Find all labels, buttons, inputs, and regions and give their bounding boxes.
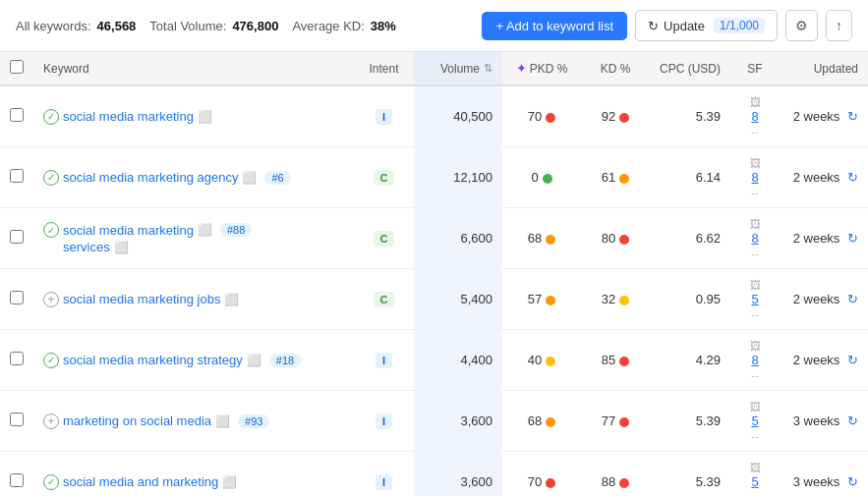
kd-dot bbox=[619, 113, 629, 123]
keyword-badge: #6 bbox=[264, 171, 290, 185]
volume-cell: 4,400 bbox=[414, 330, 502, 391]
keyword-link[interactable]: social media marketing strategy bbox=[63, 353, 243, 367]
kd-dot bbox=[619, 478, 629, 488]
kd-dot bbox=[619, 235, 629, 245]
cpc-cell: 6.62 bbox=[650, 208, 730, 269]
keywords-table: Keyword Intent Volume ⇅ ✦ PKD % KD % bbox=[0, 52, 868, 496]
kd-value: 32 bbox=[602, 292, 615, 306]
page-icon: ⬜ bbox=[242, 171, 257, 185]
row-checkbox[interactable] bbox=[10, 230, 24, 244]
pkd-value: 57 bbox=[528, 292, 542, 306]
refresh-button[interactable]: ↻ bbox=[843, 474, 858, 489]
keyword-cell: ✓social media marketing agency⬜#6 bbox=[33, 147, 354, 208]
th-volume: Volume ⇅ bbox=[414, 52, 502, 85]
sf-page-icon: 🖼 bbox=[750, 218, 761, 230]
kd-value: 88 bbox=[602, 474, 615, 489]
row-checkbox[interactable] bbox=[10, 108, 24, 122]
sf-cell: 🖼8-- bbox=[730, 147, 780, 208]
cpc-cell: 5.39 bbox=[650, 452, 730, 497]
plus-circle-icon: + bbox=[43, 413, 59, 429]
sf-value[interactable]: 5 bbox=[740, 413, 770, 428]
sf-dash: -- bbox=[751, 369, 758, 381]
sf-value[interactable]: 5 bbox=[740, 474, 770, 489]
update-count: 1/1,000 bbox=[714, 18, 765, 33]
sf-value[interactable]: 8 bbox=[740, 170, 770, 185]
pkd-cell: 68 bbox=[502, 391, 581, 452]
sf-dash: -- bbox=[751, 187, 758, 198]
keyword-link[interactable]: social media marketing jobs bbox=[63, 292, 220, 306]
updated-text: 2 weeks bbox=[793, 231, 840, 246]
export-button[interactable]: ↑ bbox=[826, 10, 852, 41]
refresh-button[interactable]: ↻ bbox=[843, 109, 858, 124]
th-sf: SF bbox=[730, 52, 780, 85]
row-checkbox[interactable] bbox=[10, 352, 24, 365]
updated-cell: 2 weeks ↻ bbox=[780, 330, 868, 391]
refresh-button[interactable]: ↻ bbox=[843, 292, 858, 306]
kd-cell: 61 bbox=[581, 147, 650, 208]
row-checkbox-cell bbox=[0, 330, 33, 391]
top-bar: All keywords: 46,568 Total Volume: 476,8… bbox=[0, 0, 868, 52]
sf-value[interactable]: 8 bbox=[740, 231, 770, 246]
volume-cell: 12,100 bbox=[414, 147, 502, 208]
refresh-icon: ↻ bbox=[648, 19, 659, 33]
pkd-cell: 57 bbox=[502, 269, 581, 330]
table-row: ✓social media and marketing⬜I3,60070885.… bbox=[0, 452, 868, 497]
intent-cell: C bbox=[354, 208, 414, 269]
keyword-cell: ✓social media and marketing⬜ bbox=[33, 452, 354, 497]
select-all-checkbox[interactable] bbox=[10, 60, 24, 74]
add-to-keyword-list-button[interactable]: + Add to keyword list bbox=[482, 12, 627, 40]
keyword-cell: ✓social media marketing⬜#88services⬜ bbox=[33, 208, 354, 269]
check-circle-icon: ✓ bbox=[43, 353, 59, 368]
refresh-button[interactable]: ↻ bbox=[843, 353, 858, 367]
avg-kd-label: Average KD: bbox=[292, 19, 364, 33]
cpc-cell: 5.39 bbox=[650, 85, 730, 147]
settings-button[interactable]: ⚙ bbox=[785, 10, 818, 41]
kd-value: 80 bbox=[602, 231, 615, 246]
row-checkbox[interactable] bbox=[10, 413, 24, 426]
kd-cell: 80 bbox=[581, 208, 650, 269]
updated-text: 3 weeks bbox=[793, 413, 840, 428]
pkd-value: 0 bbox=[531, 170, 538, 185]
all-keywords-value: 46,568 bbox=[97, 19, 137, 33]
intent-i-badge: I bbox=[376, 474, 392, 490]
sf-value[interactable]: 8 bbox=[740, 353, 770, 367]
row-checkbox-cell bbox=[0, 208, 33, 269]
intent-cell: I bbox=[354, 452, 414, 497]
pkd-star-icon: ✦ bbox=[516, 61, 527, 76]
kd-cell: 77 bbox=[581, 391, 650, 452]
updated-text: 2 weeks bbox=[793, 353, 840, 367]
cpc-cell: 0.95 bbox=[650, 269, 730, 330]
refresh-button[interactable]: ↻ bbox=[843, 231, 858, 246]
keyword-link[interactable]: social media marketing agency bbox=[63, 170, 238, 185]
intent-cell: I bbox=[354, 391, 414, 452]
sf-value[interactable]: 8 bbox=[740, 109, 770, 124]
keyword-badge: #88 bbox=[220, 223, 252, 237]
keyword-link[interactable]: social media and marketing bbox=[63, 474, 218, 489]
sf-dash: -- bbox=[751, 491, 758, 496]
updated-cell: 3 weeks ↻ bbox=[780, 452, 868, 497]
sf-value[interactable]: 5 bbox=[740, 292, 770, 306]
keyword-cell: +marketing on social media⬜#93 bbox=[33, 391, 354, 452]
intent-i-badge: I bbox=[376, 413, 392, 429]
refresh-button[interactable]: ↻ bbox=[843, 413, 858, 428]
cpc-cell: 4.29 bbox=[650, 330, 730, 391]
keyword-link[interactable]: social media marketing bbox=[63, 223, 194, 238]
updated-text: 2 weeks bbox=[793, 109, 840, 124]
keyword-link[interactable]: social media marketing bbox=[63, 109, 194, 124]
row-checkbox[interactable] bbox=[10, 291, 24, 304]
th-cpc: CPC (USD) bbox=[650, 52, 730, 85]
volume-cell: 40,500 bbox=[414, 85, 502, 147]
pkd-value: 70 bbox=[528, 474, 542, 489]
refresh-button[interactable]: ↻ bbox=[843, 170, 858, 185]
update-button[interactable]: ↻ Update 1/1,000 bbox=[635, 10, 778, 41]
updated-cell: 2 weeks ↻ bbox=[780, 85, 868, 147]
page-icon: ⬜ bbox=[198, 223, 212, 237]
row-checkbox[interactable] bbox=[10, 169, 24, 183]
plus-circle-icon: + bbox=[43, 292, 59, 307]
keyword-link[interactable]: marketing on social media bbox=[63, 413, 211, 428]
volume-cell: 3,600 bbox=[414, 391, 502, 452]
update-label: Update bbox=[664, 19, 705, 33]
kd-cell: 92 bbox=[581, 85, 650, 147]
updated-cell: 2 weeks ↻ bbox=[780, 269, 868, 330]
row-checkbox[interactable] bbox=[10, 473, 24, 487]
